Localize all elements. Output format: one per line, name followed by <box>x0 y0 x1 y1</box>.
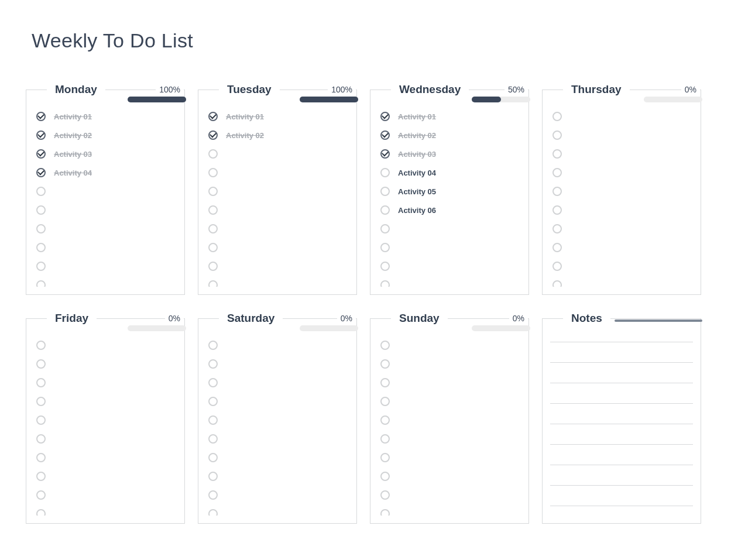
task-checkbox[interactable] <box>380 262 390 271</box>
task-checkbox[interactable] <box>380 359 390 369</box>
task-checkbox[interactable] <box>36 509 46 516</box>
task-checkbox[interactable] <box>380 434 390 444</box>
task-checkbox[interactable] <box>208 434 218 444</box>
notes-line[interactable] <box>550 342 693 363</box>
task-checkbox[interactable] <box>208 359 218 369</box>
task-checkbox[interactable] <box>208 490 218 500</box>
task-label[interactable]: Activity 03 <box>54 150 92 159</box>
task-checkbox[interactable] <box>552 243 562 252</box>
task-checkbox[interactable] <box>380 415 390 425</box>
task-label[interactable]: Activity 02 <box>226 131 264 140</box>
notes-line[interactable] <box>550 363 693 383</box>
task-row <box>36 355 177 373</box>
task-checkbox[interactable] <box>36 112 46 121</box>
task-checkbox[interactable] <box>380 149 390 159</box>
task-checkbox[interactable] <box>208 187 218 196</box>
task-checkbox[interactable] <box>208 378 218 387</box>
notes-lines-area[interactable] <box>550 342 693 516</box>
task-checkbox[interactable] <box>380 453 390 462</box>
task-label[interactable]: Activity 01 <box>54 112 92 121</box>
task-checkbox[interactable] <box>208 149 218 159</box>
task-checkbox[interactable] <box>380 168 390 177</box>
task-label[interactable]: Activity 06 <box>398 206 436 215</box>
notes-line[interactable] <box>550 486 693 506</box>
task-checkbox[interactable] <box>36 453 46 462</box>
task-row <box>36 238 177 257</box>
task-checkbox[interactable] <box>208 243 218 252</box>
task-row <box>208 145 349 163</box>
task-row <box>380 486 521 504</box>
task-row <box>552 238 693 257</box>
task-checkbox[interactable] <box>208 205 218 215</box>
task-checkbox[interactable] <box>36 415 46 425</box>
task-checkbox[interactable] <box>380 378 390 387</box>
task-checkbox[interactable] <box>36 397 46 406</box>
task-checkbox[interactable] <box>380 490 390 500</box>
task-checkbox[interactable] <box>552 280 562 287</box>
task-checkbox[interactable] <box>36 130 46 140</box>
task-checkbox[interactable] <box>552 205 562 215</box>
task-checkbox[interactable] <box>36 262 46 271</box>
task-checkbox[interactable] <box>36 341 46 350</box>
task-checkbox[interactable] <box>380 112 390 121</box>
task-checkbox[interactable] <box>36 359 46 369</box>
task-checkbox[interactable] <box>380 187 390 196</box>
notes-line[interactable] <box>550 383 693 404</box>
task-label[interactable]: Activity 05 <box>398 187 436 196</box>
task-checkbox[interactable] <box>36 378 46 387</box>
task-row: Activity 03 <box>380 145 521 163</box>
task-checkbox[interactable] <box>552 262 562 271</box>
task-checkbox[interactable] <box>208 262 218 271</box>
task-checkbox[interactable] <box>380 509 390 516</box>
task-checkbox[interactable] <box>380 472 390 481</box>
task-checkbox[interactable] <box>208 130 218 140</box>
task-checkbox[interactable] <box>380 205 390 215</box>
task-checkbox[interactable] <box>552 224 562 233</box>
task-checkbox[interactable] <box>208 280 218 287</box>
task-label[interactable]: Activity 02 <box>54 131 92 140</box>
task-checkbox[interactable] <box>208 112 218 121</box>
check-icon <box>210 130 217 138</box>
task-checkbox[interactable] <box>208 341 218 350</box>
task-label[interactable]: Activity 01 <box>398 112 436 121</box>
task-label[interactable]: Activity 04 <box>398 169 436 177</box>
task-label[interactable]: Activity 01 <box>226 112 264 121</box>
task-row <box>208 373 349 392</box>
notes-line[interactable] <box>550 465 693 486</box>
task-checkbox[interactable] <box>552 168 562 177</box>
task-label[interactable]: Activity 04 <box>54 169 92 177</box>
task-checkbox[interactable] <box>380 341 390 350</box>
task-row <box>208 467 349 486</box>
task-label[interactable]: Activity 03 <box>398 150 436 159</box>
task-checkbox[interactable] <box>380 130 390 140</box>
task-checkbox[interactable] <box>552 149 562 159</box>
task-checkbox[interactable] <box>208 453 218 462</box>
task-checkbox[interactable] <box>208 168 218 177</box>
task-checkbox[interactable] <box>552 187 562 196</box>
task-checkbox[interactable] <box>552 130 562 140</box>
task-checkbox[interactable] <box>208 415 218 425</box>
task-checkbox[interactable] <box>380 224 390 233</box>
task-checkbox[interactable] <box>36 205 46 215</box>
task-checkbox[interactable] <box>36 434 46 444</box>
task-checkbox[interactable] <box>36 168 46 177</box>
task-checkbox[interactable] <box>208 397 218 406</box>
task-checkbox[interactable] <box>208 472 218 481</box>
task-checkbox[interactable] <box>380 280 390 287</box>
task-checkbox[interactable] <box>36 149 46 159</box>
notes-line[interactable] <box>550 445 693 465</box>
notes-line[interactable] <box>550 424 693 445</box>
task-checkbox[interactable] <box>36 243 46 252</box>
task-checkbox[interactable] <box>36 472 46 481</box>
task-checkbox[interactable] <box>208 509 218 516</box>
task-checkbox[interactable] <box>380 243 390 252</box>
task-checkbox[interactable] <box>36 224 46 233</box>
task-checkbox[interactable] <box>36 490 46 500</box>
task-checkbox[interactable] <box>36 187 46 196</box>
task-checkbox[interactable] <box>36 280 46 287</box>
task-checkbox[interactable] <box>552 112 562 121</box>
notes-line[interactable] <box>550 404 693 424</box>
task-checkbox[interactable] <box>380 397 390 406</box>
task-checkbox[interactable] <box>208 224 218 233</box>
task-label[interactable]: Activity 02 <box>398 131 436 140</box>
